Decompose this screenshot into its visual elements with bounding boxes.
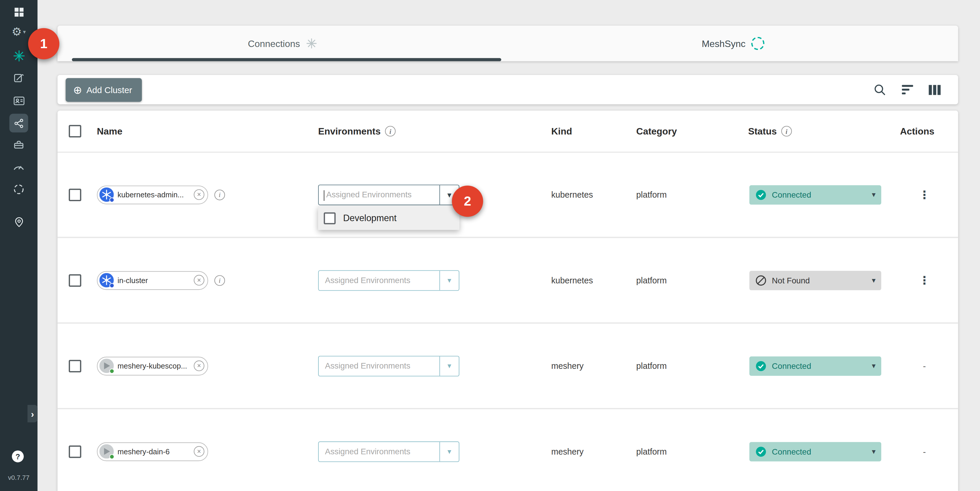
row-actions-empty: - [919, 361, 930, 371]
status-chip[interactable]: Connected ▾ [749, 185, 881, 204]
tab-bar: Connections MeshSync [57, 25, 958, 61]
chip-close-icon[interactable]: × [194, 189, 204, 200]
chevron-down-icon: ▾ [23, 29, 26, 35]
column-header-category[interactable]: Category [636, 126, 677, 137]
view-columns-button[interactable] [928, 83, 942, 96]
sidebar-item-configuration[interactable] [0, 70, 38, 86]
sidebar-item-extensions[interactable] [0, 182, 38, 197]
meshery-avatar-icon [99, 444, 114, 459]
sidebar-item-identity[interactable] [0, 93, 38, 108]
performance-gauge-icon [12, 160, 25, 174]
table-toolbar: ⊕ Add Cluster [57, 75, 958, 104]
column-header-environments[interactable]: Environments i [318, 126, 396, 137]
toolbox-icon [13, 138, 25, 151]
connection-info-icon[interactable]: i [215, 189, 225, 200]
sidebar-item-toolbox[interactable] [0, 137, 38, 153]
connected-check-icon [756, 189, 766, 200]
environments-select[interactable]: Assigned Environments ▾ [318, 184, 460, 205]
status-chip[interactable]: Connected ▾ [749, 356, 881, 376]
connection-chip[interactable]: meshery-kubescop... × [97, 356, 208, 375]
row-checkbox[interactable] [69, 188, 81, 201]
column-header-status[interactable]: Status i [748, 126, 792, 137]
connection-name: meshery-dain-6 [118, 447, 194, 456]
connections-mesh-icon [305, 38, 317, 49]
id-card-icon [12, 94, 25, 107]
category-cell: platform [636, 190, 667, 199]
environments-info-icon[interactable]: i [385, 126, 396, 137]
annotation-marker-1: 1 [28, 28, 59, 59]
meshery-app: ⚙ ▾ [0, 0, 980, 491]
environments-select[interactable]: Assigned Environments ▾ [318, 441, 460, 462]
active-tab-indicator [72, 58, 501, 61]
view-columns-icon [929, 84, 941, 95]
kind-cell: kubernetes [551, 190, 593, 199]
table-header: Name Environments i Kind Category Status… [57, 111, 958, 153]
tab-connections[interactable]: Connections [57, 25, 508, 61]
chip-close-icon[interactable]: × [194, 275, 204, 286]
add-cluster-button[interactable]: ⊕ Add Cluster [65, 78, 142, 102]
extensions-ring-icon [13, 183, 25, 195]
connected-check-icon [756, 361, 766, 371]
dropdown-option-development[interactable]: Development [318, 206, 460, 230]
tab-meshsync[interactable]: MeshSync [508, 25, 958, 61]
status-label: Connected [772, 361, 811, 370]
connection-info-icon[interactable]: i [215, 275, 225, 286]
configuration-pencil-icon [13, 72, 25, 84]
version-label: v0.7.77 [0, 474, 38, 481]
status-caret-icon: ▾ [872, 276, 876, 284]
select-caret-icon[interactable]: ▾ [439, 270, 459, 290]
option-checkbox[interactable] [324, 212, 336, 224]
select-caret-icon[interactable]: ▾ [439, 356, 459, 376]
sidebar-item-performance[interactable] [0, 159, 38, 175]
status-caret-icon: ▾ [872, 447, 876, 456]
connections-table: Name Environments i Kind Category Status… [57, 111, 958, 491]
environments-select[interactable]: Assigned Environments ▾ [318, 270, 460, 291]
status-label: Connected [772, 190, 811, 199]
chip-close-icon[interactable]: × [194, 361, 204, 371]
row-checkbox[interactable] [69, 359, 81, 372]
filter-button[interactable] [901, 84, 915, 95]
sidebar-collapse-toggle[interactable]: › [28, 405, 38, 423]
column-header-name[interactable]: Name [97, 126, 123, 137]
environments-dropdown-menu: Development [318, 206, 460, 230]
category-cell: platform [636, 447, 667, 456]
row-actions-menu-icon[interactable]: ⋮ [919, 188, 930, 202]
status-caret-icon: ▾ [872, 361, 876, 370]
status-chip[interactable]: Not Found ▾ [749, 270, 881, 290]
row-checkbox[interactable] [69, 445, 81, 458]
kind-cell: kubernetes [551, 275, 593, 285]
sidebar-item-environments[interactable] [0, 215, 38, 229]
environments-select[interactable]: Assigned Environments ▾ [318, 356, 460, 376]
active-item-highlight [10, 114, 28, 132]
kubernetes-avatar-icon [99, 188, 114, 202]
network-share-icon [13, 117, 25, 129]
connection-chip[interactable]: in-cluster × [97, 271, 208, 289]
connection-name: in-cluster [118, 276, 194, 284]
row-checkbox[interactable] [69, 274, 81, 287]
table-row: meshery-kubescop... × Assigned Environme… [57, 324, 958, 409]
mesh-snowflake-icon [12, 49, 25, 62]
option-label: Development [343, 213, 396, 223]
status-chip[interactable]: Connected ▾ [749, 442, 881, 461]
table-row: kubernetes-admin... × i Assigned Environ… [57, 153, 958, 238]
connected-check-icon [756, 446, 766, 457]
help-button[interactable]: ? [12, 450, 24, 462]
chip-close-icon[interactable]: × [194, 446, 204, 457]
select-caret-icon[interactable]: ▾ [439, 442, 459, 461]
connection-chip[interactable]: kubernetes-admin... × [97, 185, 208, 204]
sidebar-item-connections[interactable] [0, 114, 38, 132]
search-icon [873, 83, 886, 96]
environments-placeholder: Assigned Environments [325, 447, 410, 456]
connection-status-dot [109, 283, 114, 288]
text-cursor [324, 190, 324, 200]
meshsync-ring-icon [751, 37, 764, 50]
select-all-checkbox[interactable] [69, 125, 81, 138]
dashboard-icon[interactable] [0, 5, 38, 19]
row-actions-menu-icon[interactable]: ⋮ [919, 273, 930, 287]
search-button[interactable] [872, 82, 888, 97]
connection-chip[interactable]: meshery-dain-6 × [97, 442, 208, 461]
status-info-icon[interactable]: i [781, 126, 792, 137]
app-grid-icon [13, 6, 25, 17]
kubernetes-avatar-icon [99, 273, 114, 288]
column-header-kind[interactable]: Kind [551, 126, 572, 137]
